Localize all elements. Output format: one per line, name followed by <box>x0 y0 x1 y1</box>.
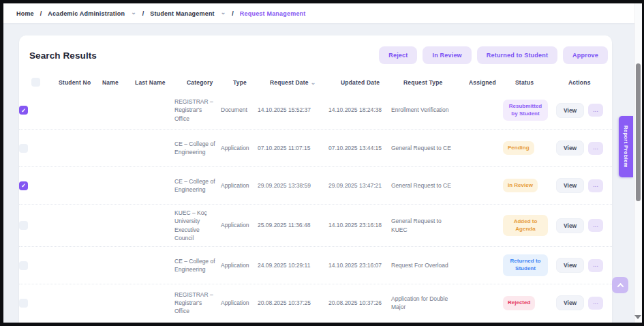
more-actions-button[interactable]: ... <box>588 104 603 117</box>
column-header-updated-date: Updated Date <box>341 79 403 86</box>
row-checkbox[interactable] <box>19 144 28 153</box>
approve-button[interactable]: Approve <box>563 46 608 64</box>
more-actions-button[interactable]: ... <box>588 179 603 192</box>
column-header-category: Category <box>187 79 233 86</box>
cell-category: KUEC – Koç University Executive Council <box>174 209 221 242</box>
column-header-assigned: Assigned <box>469 79 515 86</box>
cell-request-date: 20.08.2025 10:37:25 <box>258 299 328 307</box>
cell-updated-date: 07.10.2025 13:44:15 <box>328 144 391 152</box>
column-header-student-no: Student No <box>59 79 102 86</box>
table-body: ✓ REGISTRAR – Registrar's Office Documen… <box>19 91 612 321</box>
status-badge: Resubmitted by Student <box>503 100 548 121</box>
cell-category: REGISTRAR – Registrar's Office <box>174 98 221 123</box>
cell-type: Application <box>221 221 258 229</box>
column-header-last-name: Last Name <box>135 79 187 86</box>
cell-request-date: 24.09.2025 10:29:11 <box>258 261 328 269</box>
sort-caret-icon[interactable]: ⌄ <box>311 79 316 86</box>
column-header-name: Name <box>102 79 135 86</box>
breadcrumb: Home / Academic Administration ⌄ / Stude… <box>3 3 642 23</box>
breadcrumb-separator: / <box>232 10 234 17</box>
cell-request-type: Application for Double Major <box>391 295 457 312</box>
breadcrumb-separator: / <box>142 10 144 17</box>
row-actions: View ... <box>556 218 612 233</box>
breadcrumb-item-request-management: Request Management <box>240 10 306 17</box>
cell-request-type: General Request to CE <box>391 181 457 190</box>
cell-updated-date: 14.10.2025 23:16:07 <box>328 261 391 269</box>
cell-updated-date: 14.10.2025 23:16:18 <box>328 221 391 229</box>
row-checkbox[interactable]: ✓ <box>19 181 28 190</box>
column-header-request-type: Request Type <box>403 79 469 86</box>
scroll-to-top-button[interactable] <box>612 277 628 293</box>
row-actions: View ... <box>556 295 612 310</box>
cell-updated-date: 29.09.2025 13:47:21 <box>328 181 391 190</box>
report-problem-tab[interactable]: Report Problem <box>619 116 633 177</box>
more-actions-button[interactable]: ... <box>588 297 603 310</box>
row-actions: View ... <box>556 103 612 118</box>
reject-button[interactable]: Reject <box>379 46 417 64</box>
column-header-status: Status <box>515 79 568 86</box>
chevron-down-icon[interactable]: ⌄ <box>131 10 136 16</box>
cell-category: REGISTRAR – Registrar's Office <box>174 291 221 316</box>
cell-category: CE – College of Engineering <box>174 257 221 274</box>
row-checkbox[interactable] <box>19 299 28 308</box>
cell-updated-date: 20.08.2025 10:37:26 <box>328 299 391 307</box>
returned-to-student-button[interactable]: Returned to Student <box>477 46 557 64</box>
view-button[interactable]: View <box>556 178 584 193</box>
cell-request-type: Request For Overload <box>391 261 457 269</box>
more-actions-button[interactable]: ... <box>588 259 603 272</box>
row-checkbox[interactable] <box>19 221 28 230</box>
view-button[interactable]: View <box>556 218 584 233</box>
cell-type: Application <box>221 261 258 269</box>
view-button[interactable]: View <box>556 258 584 273</box>
cell-request-date: 29.09.2025 13:38:59 <box>258 181 328 190</box>
row-checkbox[interactable]: ✓ <box>19 106 28 115</box>
breadcrumb-item-academic-administration[interactable]: Academic Administration <box>48 10 125 17</box>
table-row: ✓ CE – College of Engineering Applicatio… <box>19 166 612 204</box>
up-arrow-icon <box>617 282 624 289</box>
column-header-request-date-label: Request Date <box>270 79 309 86</box>
table-header: Student No Name Last Name Category Type … <box>19 73 612 91</box>
breadcrumb-item-student-management[interactable]: Student Management <box>150 10 215 17</box>
app-frame: Home / Academic Administration ⌄ / Stude… <box>0 0 644 326</box>
cell-type: Document <box>221 106 258 114</box>
view-button[interactable]: View <box>556 103 584 118</box>
status-badge: Rejected <box>503 296 535 310</box>
table-row: REGISTRAR – Registrar's Office Applicati… <box>19 284 612 321</box>
status-badge: Returned to Student <box>503 254 548 276</box>
cell-type: Application <box>221 144 258 152</box>
column-header-request-date[interactable]: Request Date⌄ <box>270 79 341 86</box>
panel-header: Search Results Reject In Review Returned… <box>19 35 612 73</box>
in-review-button[interactable]: In Review <box>423 46 471 64</box>
scrollbar-thumb[interactable] <box>636 63 641 201</box>
select-all-checkbox[interactable] <box>31 78 40 87</box>
status-badge: In Review <box>503 179 538 193</box>
view-button[interactable]: View <box>556 140 584 155</box>
breadcrumb-separator: / <box>40 10 42 17</box>
cell-type: Application <box>221 181 258 190</box>
row-actions: View ... <box>556 140 612 155</box>
scrollbar-down-arrow[interactable] <box>634 315 641 319</box>
status-badge: Pending <box>503 141 534 155</box>
cell-request-type: General Request to KUEC <box>391 217 457 234</box>
status-badge: Added to Agenda <box>503 215 548 237</box>
view-button[interactable]: View <box>556 295 584 310</box>
table-row: KUEC – Koç University Executive Council … <box>19 204 612 246</box>
page-title: Search Results <box>29 50 97 61</box>
more-actions-button[interactable]: ... <box>588 142 603 155</box>
row-actions: View ... <box>556 178 612 193</box>
cell-request-type: General Request to CE <box>391 144 457 152</box>
bulk-actions: Reject In Review Returned to Student App… <box>379 46 608 64</box>
cell-request-date: 07.10.2025 11:07:15 <box>258 144 328 152</box>
column-header-actions: Actions <box>568 79 612 86</box>
cell-category: CE – College of Engineering <box>174 140 221 157</box>
search-results-panel: Search Results Reject In Review Returned… <box>19 35 612 323</box>
more-actions-button[interactable]: ... <box>588 219 603 232</box>
chevron-down-icon[interactable]: ⌄ <box>221 10 226 16</box>
table-row: CE – College of Engineering Application … <box>19 246 612 284</box>
cell-request-date: 14.10.2025 15:52:37 <box>258 106 328 114</box>
cell-type: Application <box>221 299 258 307</box>
row-actions: View ... <box>556 258 612 273</box>
row-checkbox[interactable] <box>19 261 28 270</box>
breadcrumb-item-home[interactable]: Home <box>16 10 34 17</box>
table-row: ✓ REGISTRAR – Registrar's Office Documen… <box>19 91 612 129</box>
